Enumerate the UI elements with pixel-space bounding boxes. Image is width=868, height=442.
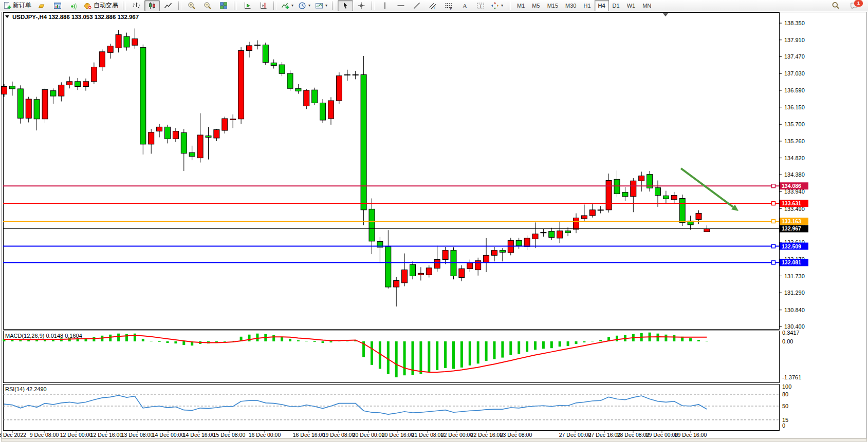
svg-text:USDJPY-,H4 132.886 133.053 13: USDJPY-,H4 132.886 133.053 132.886 132.9… bbox=[12, 14, 139, 20]
svg-text:136.590: 136.590 bbox=[784, 87, 805, 93]
candlestick-chart-button[interactable] bbox=[144, 0, 160, 11]
chart-shift-button[interactable] bbox=[255, 0, 271, 11]
tile-windows-button[interactable] bbox=[216, 0, 231, 11]
tab-timeframe-M15[interactable]: M15 bbox=[544, 0, 562, 11]
svg-text:134.820: 134.820 bbox=[784, 155, 805, 161]
svg-text:13 Dec 08:00: 13 Dec 08:00 bbox=[121, 432, 154, 438]
auto-scroll-button[interactable] bbox=[239, 0, 255, 11]
signals-button[interactable] bbox=[66, 0, 81, 11]
svg-text:T: T bbox=[479, 3, 483, 8]
zoom-out-icon bbox=[204, 2, 212, 10]
svg-text:131.290: 131.290 bbox=[784, 290, 805, 296]
auto-trading-label: 自动交易 bbox=[94, 1, 118, 10]
auto-scroll-icon bbox=[243, 2, 251, 10]
svg-text:29 Dec 00:00: 29 Dec 00:00 bbox=[646, 432, 678, 438]
svg-text:132.967: 132.967 bbox=[782, 225, 801, 232]
svg-text:F: F bbox=[450, 6, 452, 10]
trading-terminal-window: 138.350137.910137.470137.030136.590136.1… bbox=[0, 0, 868, 442]
svg-text:27 Dec 00:00: 27 Dec 00:00 bbox=[559, 432, 592, 438]
time-axis[interactable]: 8 Dec 20229 Dec 08:0012 Dec 00:0012 Dec … bbox=[0, 431, 707, 438]
horizontal-line-button[interactable] bbox=[393, 0, 409, 11]
periods-button[interactable]: ▾ bbox=[296, 0, 312, 11]
tab-timeframe-D1[interactable]: D1 bbox=[609, 0, 623, 11]
chart-window-icon bbox=[53, 2, 62, 10]
trendline-icon bbox=[413, 2, 421, 10]
tab-timeframe-M1[interactable]: M1 bbox=[513, 0, 528, 11]
svg-text:130.840: 130.840 bbox=[784, 307, 805, 313]
line-chart-button[interactable] bbox=[160, 0, 176, 11]
search-icon bbox=[832, 2, 840, 10]
svg-text:133.163: 133.163 bbox=[782, 218, 801, 224]
zoom-in-button[interactable] bbox=[184, 0, 199, 11]
main-toolbar: 新订单 自动交易 ▾ ▾ ▾ E F A T ▾ bbox=[0, 0, 868, 11]
channel-button[interactable]: E bbox=[425, 0, 440, 11]
svg-text:16 Dec 00:00: 16 Dec 00:00 bbox=[249, 432, 281, 438]
notification-badge: 1 bbox=[854, 0, 863, 7]
arrows-button[interactable]: ▾ bbox=[489, 0, 505, 11]
chevron-down-icon: ▾ bbox=[291, 3, 293, 8]
svg-text:20 Dec 00:00: 20 Dec 00:00 bbox=[353, 432, 385, 438]
svg-text:28 Dec 08:00: 28 Dec 08:00 bbox=[617, 432, 650, 438]
horizontal-line-icon bbox=[397, 2, 405, 10]
templates-button[interactable]: ▾ bbox=[313, 0, 329, 11]
svg-text:80: 80 bbox=[782, 391, 788, 397]
indicators-button[interactable]: ▾ bbox=[279, 0, 296, 11]
tab-timeframe-H1[interactable]: H1 bbox=[580, 0, 594, 11]
template-icon bbox=[315, 2, 323, 10]
new-order-button[interactable]: 新订单 bbox=[1, 0, 33, 11]
cursor-button[interactable] bbox=[338, 0, 353, 11]
cursor-icon bbox=[341, 2, 349, 10]
svg-text:23 Dec 08:00: 23 Dec 08:00 bbox=[500, 432, 532, 438]
svg-text:137.910: 137.910 bbox=[784, 37, 805, 43]
crosshair-button[interactable] bbox=[354, 0, 369, 11]
gold-ingot-icon bbox=[38, 2, 46, 10]
svg-text:20 Dec 16:00: 20 Dec 16:00 bbox=[382, 432, 414, 438]
bar-chart-icon bbox=[132, 2, 140, 10]
timeframe-group: M1M5M15M30H1H4D1W1MN bbox=[513, 0, 655, 11]
chevron-down-icon: ▾ bbox=[308, 3, 310, 8]
search-button[interactable] bbox=[828, 0, 843, 11]
auto-trading-button[interactable]: 自动交易 bbox=[82, 0, 120, 11]
svg-text:15: 15 bbox=[782, 417, 788, 423]
svg-text:135.700: 135.700 bbox=[784, 121, 805, 127]
text-button[interactable]: A bbox=[457, 0, 472, 11]
text-label-button[interactable]: T bbox=[473, 0, 488, 11]
rsi-label: RSI(14) 42.2490 bbox=[5, 386, 47, 392]
chart-title: USDJPY-,H4 132.886 133.053 132.886 132.9… bbox=[5, 14, 139, 20]
toolbar-separator bbox=[508, 2, 511, 10]
vertical-line-button[interactable] bbox=[377, 0, 393, 11]
svg-text:0.00: 0.00 bbox=[782, 338, 793, 344]
chevron-down-icon: ▾ bbox=[325, 3, 327, 8]
tab-timeframe-M30[interactable]: M30 bbox=[562, 0, 580, 11]
notifications-button[interactable]: 1 bbox=[846, 1, 862, 11]
svg-text:19 Dec 08:00: 19 Dec 08:00 bbox=[323, 432, 355, 438]
toolbar-separator bbox=[234, 2, 237, 10]
window-bottom-strip bbox=[2, 438, 867, 441]
new-order-label: 新订单 bbox=[13, 1, 31, 10]
tab-timeframe-H4[interactable]: H4 bbox=[595, 0, 609, 11]
text-label-icon: T bbox=[476, 2, 485, 10]
svg-text:134.086: 134.086 bbox=[782, 183, 801, 189]
svg-text:22 Dec 16:00: 22 Dec 16:00 bbox=[471, 432, 503, 438]
tile-windows-icon bbox=[219, 2, 228, 10]
svg-text:133.631: 133.631 bbox=[782, 200, 801, 206]
chart-shift-icon bbox=[259, 2, 267, 10]
svg-text:132.509: 132.509 bbox=[782, 243, 801, 249]
tab-timeframe-W1[interactable]: W1 bbox=[623, 0, 639, 11]
svg-text:12 Dec 16:00: 12 Dec 16:00 bbox=[90, 432, 123, 438]
svg-text:136.150: 136.150 bbox=[784, 104, 805, 110]
fibonacci-button[interactable]: F bbox=[441, 0, 456, 11]
toolbar-separator bbox=[273, 2, 276, 10]
trendline-button[interactable] bbox=[409, 0, 424, 11]
zoom-out-button[interactable] bbox=[200, 0, 215, 11]
chart-canvas: 138.350137.910137.470137.030136.590136.1… bbox=[0, 0, 868, 442]
quotes-button[interactable] bbox=[34, 0, 49, 11]
svg-text:135.260: 135.260 bbox=[784, 138, 805, 144]
add-indicator-icon bbox=[281, 2, 289, 10]
tab-timeframe-MN[interactable]: MN bbox=[639, 0, 655, 11]
chart-window-button[interactable] bbox=[50, 0, 65, 11]
tab-timeframe-M5[interactable]: M5 bbox=[528, 0, 543, 11]
bar-chart-button[interactable] bbox=[128, 0, 144, 11]
svg-text:-1.3761: -1.3761 bbox=[782, 374, 801, 380]
toolbar-right-group: 1 bbox=[828, 0, 867, 11]
